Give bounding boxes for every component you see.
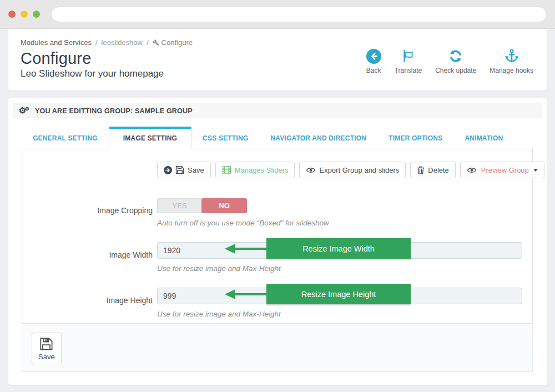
- breadcrumb-separator: /: [147, 38, 149, 47]
- tab-timer-options[interactable]: TIMER OPTIONS: [377, 128, 453, 149]
- tab-css-setting[interactable]: CSS SETTING: [191, 128, 259, 149]
- browser-chrome: [0, 0, 555, 29]
- tab-navigator-and-direction[interactable]: NAVIGATOR AND DIRECTION: [259, 128, 377, 149]
- back-button[interactable]: Back: [366, 48, 381, 74]
- header-actions: Back Translate Check update: [366, 48, 533, 74]
- minimize-window-button[interactable]: [21, 11, 28, 18]
- breadcrumb-separator: /: [95, 38, 98, 47]
- manages-sliders-label: Manages Sliders: [235, 166, 289, 174]
- image-width-row: Image Width Resize Image Width: [157, 242, 522, 259]
- manages-sliders-button[interactable]: Manages Sliders: [215, 162, 295, 178]
- tab-general-setting[interactable]: GENERAL SETTING: [22, 128, 109, 149]
- cogs-icon: ⚙⚙: [19, 106, 31, 114]
- cropping-no-option[interactable]: NO: [201, 198, 247, 213]
- tab-animation[interactable]: ANIMATION: [453, 128, 514, 149]
- manage-hooks-label: Manage hooks: [490, 67, 533, 74]
- tab-bar: GENERAL SETTING IMAGE SETTING CSS SETTIN…: [22, 127, 542, 149]
- screen: Modules and Services / leoslideshow / Co…: [0, 0, 555, 392]
- preview-group-button[interactable]: Preview Group: [460, 162, 544, 178]
- check-update-label: Check update: [435, 67, 476, 74]
- page-header: Modules and Services / leoslideshow / Co…: [8, 29, 547, 91]
- breadcrumb-leoslideshow[interactable]: leoslideshow: [102, 38, 143, 47]
- floppy-icon: [175, 165, 184, 174]
- image-cropping-label: Image Cropping: [25, 206, 153, 215]
- preview-group-label: Preview Group: [481, 166, 529, 174]
- flag-icon: [400, 48, 416, 64]
- panel-header: ⚙⚙ YOU ARE EDITTING GROUP: SAMPLE GROUP: [13, 103, 542, 118]
- image-height-help: Use for resize image and Max-Height: [157, 309, 522, 319]
- breadcrumb: Modules and Services / leoslideshow / Co…: [21, 38, 534, 47]
- breadcrumb-modules[interactable]: Modules and Services: [21, 38, 92, 47]
- trash-icon: [417, 166, 425, 174]
- manage-hooks-button[interactable]: Manage hooks: [490, 48, 533, 74]
- panel-header-label: YOU ARE EDITTING GROUP: SAMPLE GROUP: [35, 107, 193, 115]
- translate-button[interactable]: Translate: [395, 48, 422, 74]
- save-group-label: Save: [188, 166, 204, 174]
- floppy-icon: [39, 337, 53, 351]
- arrow-circle-right-icon: [164, 166, 172, 174]
- config-panel: ⚙⚙ YOU ARE EDITTING GROUP: SAMPLE GROUP …: [8, 98, 547, 385]
- check-update-button[interactable]: Check update: [435, 48, 476, 74]
- film-icon: [222, 165, 231, 174]
- window-controls: [8, 11, 40, 18]
- cropping-yes-option[interactable]: YES: [157, 198, 201, 213]
- breadcrumb-configure-label: Configure: [162, 38, 193, 47]
- anchor-icon: [504, 48, 519, 64]
- image-height-label: Image Height: [25, 296, 153, 305]
- image-cropping-row: Image Cropping YES NO: [157, 198, 522, 213]
- save-group-button[interactable]: Save: [157, 162, 211, 178]
- image-width-label: Image Width: [25, 250, 153, 259]
- export-group-label: Export Group and sliders: [319, 166, 399, 174]
- image-cropping-control: YES NO: [157, 198, 522, 213]
- close-window-button[interactable]: [8, 11, 16, 18]
- image-width-control: Resize Image Width: [157, 242, 522, 259]
- image-height-row: Image Height Resize Image Height: [157, 288, 522, 304]
- page: Modules and Services / leoslideshow / Co…: [0, 29, 555, 385]
- back-circle-arrow-icon: [366, 48, 381, 64]
- translate-label: Translate: [395, 67, 422, 74]
- maximize-window-button[interactable]: [33, 11, 40, 18]
- panel-footer: Save: [22, 325, 533, 372]
- save-button[interactable]: Save: [32, 333, 62, 364]
- image-cropping-help: Auto turn off is you use mode "Boxed" fo…: [157, 218, 522, 228]
- group-toolbar: Save Manages Sliders Export Group and sl…: [157, 162, 522, 178]
- image-height-control: Resize Image Height: [157, 288, 522, 304]
- image-setting-pane: Save Manages Sliders Export Group and sl…: [22, 149, 533, 324]
- image-width-help: Use for resize image and Max-Height: [157, 264, 522, 274]
- eye-icon: [306, 167, 316, 174]
- save-label: Save: [38, 353, 55, 361]
- chevron-down-icon: [533, 169, 538, 172]
- resize-width-callout: Resize Image Width: [266, 238, 411, 259]
- resize-height-callout: Resize Image Height: [266, 284, 411, 304]
- tab-image-setting[interactable]: IMAGE SETTING: [109, 127, 191, 149]
- back-label: Back: [366, 67, 381, 74]
- refresh-icon: [448, 48, 463, 64]
- eye-icon: [467, 167, 477, 174]
- address-bar[interactable]: [51, 7, 547, 22]
- image-cropping-toggle: YES NO: [157, 198, 247, 213]
- delete-label: Delete: [428, 166, 449, 174]
- wrench-icon: [153, 39, 159, 46]
- delete-button[interactable]: Delete: [410, 162, 456, 178]
- breadcrumb-configure: Configure: [153, 38, 193, 47]
- export-group-button[interactable]: Export Group and sliders: [299, 162, 406, 178]
